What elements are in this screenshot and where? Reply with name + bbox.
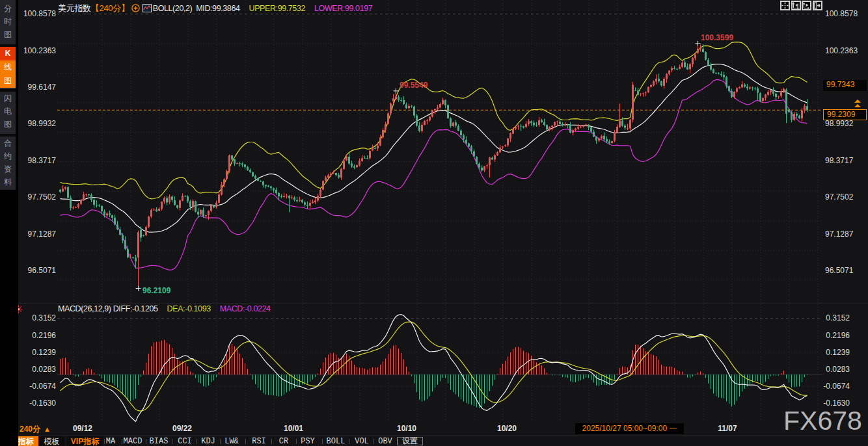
date-label: 10/10 — [397, 424, 416, 433]
boll-upper-value: UPPER:99.7532 — [249, 4, 306, 13]
macd-pane — [61, 315, 807, 422]
price-axis-label: 96.5071 — [14, 267, 56, 275]
collapse-triangle-icon: ▲ — [44, 425, 51, 433]
period-label: 【240分】 — [91, 3, 129, 14]
macd-axis-label: 0.2196 — [14, 332, 56, 340]
sidebar-tab-time-sharing[interactable]: 分时图 — [0, 2, 16, 41]
go-to-latest-button[interactable] — [813, 1, 822, 10]
macd-name-diff: MACD(26,12,9) DIFF:-0.1205 — [58, 304, 158, 313]
price-axis-label: 100.8578 — [14, 10, 56, 18]
boll-mid-line — [61, 64, 807, 232]
symbol-title: 美元指数 — [58, 3, 91, 14]
extreme-markers — [136, 41, 701, 291]
scale-to-start-button[interactable] — [791, 1, 801, 10]
macd-axis-label: -0.0674 — [808, 382, 850, 391]
macd-axis-label: 0.0283 — [14, 365, 56, 374]
sidebar-tab-kline[interactable]: K线图 — [0, 47, 16, 88]
toolbar-separator — [349, 439, 349, 444]
scale-playback-button[interactable] — [802, 1, 811, 10]
sidebar-tab-char: 图 — [0, 74, 16, 88]
indicator-button-macd[interactable]: MACD — [124, 436, 142, 446]
toolbar-separator — [146, 439, 146, 444]
boll-lower-line — [61, 80, 807, 270]
add-indicator-icon[interactable] — [131, 4, 140, 12]
period-note[interactable]: 240分▲ — [20, 424, 51, 435]
boll-mid-value: MID:99.3864 — [196, 4, 239, 13]
indicator-button-boll[interactable]: BOLL — [327, 436, 346, 446]
indicator-button-bias[interactable]: BIAS — [150, 436, 169, 446]
toolbar-separator — [220, 439, 221, 444]
highlighted-date: 2025/10/27 05:00~09:00 一 — [575, 423, 684, 434]
toolbar-separator — [271, 439, 272, 444]
indicator-chart-icon[interactable] — [142, 4, 152, 12]
toolbar-separator — [104, 439, 105, 444]
toolbar-separator — [296, 439, 297, 444]
macd-axis-label: 0.0283 — [808, 365, 850, 374]
toolbar-separator — [172, 439, 172, 444]
indicator-button-psy[interactable]: PSY — [301, 436, 315, 446]
price-axis-label: 99.6147 — [14, 83, 56, 92]
date-label: 10/20 — [497, 424, 517, 433]
indicator-button-kdj[interactable]: KDJ — [201, 436, 215, 446]
indicator-button-obv[interactable]: OBV — [378, 436, 392, 446]
sidebar-tab-char: 合 — [0, 137, 16, 150]
price-axis-label: 96.5071 — [825, 267, 853, 275]
sidebar-tab-char: 料 — [0, 176, 16, 189]
sidebar-tab-char: 图 — [0, 28, 16, 41]
price-axis-label: 100.2363 — [14, 47, 56, 55]
boll-lower-value: LOWER:99.0197 — [314, 4, 372, 13]
settings-button[interactable]: 设置 — [397, 437, 423, 445]
indicator-button-cr[interactable]: CR — [279, 436, 288, 446]
price-up-arrow-icon — [852, 99, 863, 109]
indicator-button-cci[interactable]: CCI — [178, 436, 192, 446]
date-axis: 240分▲ 2025/10/27 05:00~09:00 一 09/1209/2… — [0, 423, 868, 435]
boll-legend: BOLL(20,2) MID:99.3864 UPPER:99.7532 LOW… — [153, 4, 373, 13]
main-chart-header: 美元指数 【240分】 BOLL(20,2) MID:99.3864 UPPER… — [58, 3, 372, 13]
price-axis-label: 97.7502 — [14, 193, 56, 202]
date-label: 09/12 — [73, 424, 92, 433]
indicator-toolbar: 指标 模板 VIP指标 MAMACDBIASCCIKDJLW&RSICRPSYB… — [0, 436, 868, 446]
sidebar-tab-char: K — [0, 47, 16, 60]
indicator-button-lw[interactable]: LW& — [224, 436, 239, 446]
macd-axis-label: 0.3152 — [14, 314, 56, 322]
macd-macd-value: MACD:-0.0224 — [220, 304, 271, 313]
indicator-button-vol[interactable]: VOL — [355, 436, 369, 446]
sidebar-tab-char: 闪 — [0, 92, 16, 105]
price-axis-label: 98.9932 — [14, 120, 56, 128]
sidebar-tab-char: 线 — [0, 60, 16, 74]
boll-name: BOLL(20,2) — [153, 4, 193, 13]
price-axis-label: 98.3717 — [14, 157, 56, 165]
candles — [59, 44, 808, 289]
sidebar-tab-char: 资 — [0, 163, 16, 176]
macd-axis-label: 0.3152 — [808, 314, 850, 322]
boll-upper-line — [61, 42, 807, 199]
low-price-annotation: 96.2109 — [142, 286, 170, 295]
chart-canvas[interactable] — [0, 0, 868, 446]
chart-control-buttons — [780, 1, 823, 10]
macd-axis-label: 0.1239 — [808, 348, 850, 357]
toolbar-separator — [245, 439, 246, 444]
reference-price-box: 99.7343 — [823, 80, 867, 91]
tab-template[interactable]: 模板 — [39, 436, 64, 446]
sidebar-tab-char: 分 — [0, 2, 16, 15]
tab-vip-indicator[interactable]: VIP指标 — [67, 436, 103, 446]
toolbar-separator — [122, 439, 122, 444]
indicator-button-ma[interactable]: MA — [106, 436, 115, 446]
price-axis-label: 100.2363 — [825, 47, 858, 55]
sidebar-tab-contract-info[interactable]: 合约资料 — [0, 137, 16, 189]
sidebar-tab-flash[interactable]: 闪电图 — [0, 92, 16, 131]
price-axis-label: 97.1287 — [825, 230, 853, 239]
macd-axis-label: 0.2196 — [808, 332, 850, 340]
macd-axis-label: -0.0674 — [14, 382, 56, 391]
date-label: 10/01 — [284, 424, 303, 433]
sidebar-tab-char: 电 — [0, 105, 16, 118]
price-axis-label: 100.8578 — [825, 10, 858, 18]
indicator-button-rsi[interactable]: RSI — [252, 436, 266, 446]
bollinger-bands — [61, 42, 807, 270]
toolbar-separator — [197, 439, 197, 444]
price-axis-label: 98.9932 — [825, 120, 853, 128]
pan-tool-button[interactable] — [780, 1, 790, 10]
macd-pane-header: MACD(26,12,9) DIFF:-0.1205 DEA:-0.1093 M… — [58, 304, 271, 313]
toolbar-separator — [322, 439, 323, 444]
high-price-annotation: 100.3599 — [701, 33, 733, 42]
